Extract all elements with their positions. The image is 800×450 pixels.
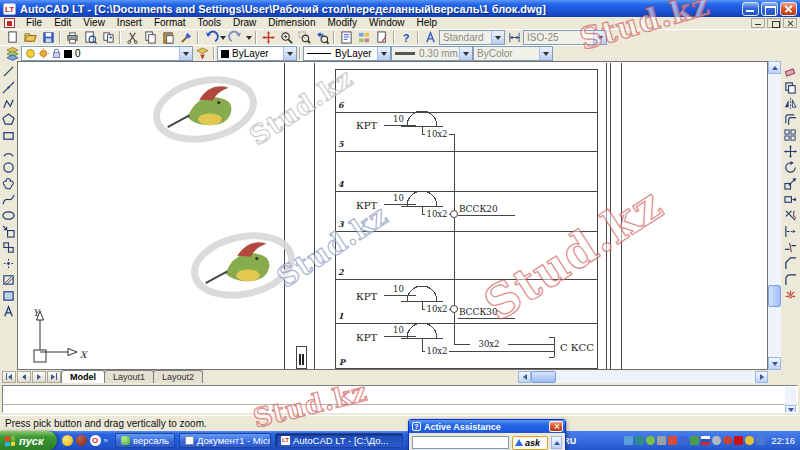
- explode-tool-button[interactable]: [783, 287, 799, 303]
- opera-icon[interactable]: O: [90, 435, 101, 446]
- drawing-canvas[interactable]: Stud.kz Stud.kz Stud.kz: [17, 61, 768, 370]
- menu-insert[interactable]: Insert: [111, 17, 148, 29]
- polygon-tool-button[interactable]: [1, 111, 17, 127]
- copy-object-tool-button[interactable]: [783, 79, 799, 95]
- antivirus-tray-icon[interactable]: [734, 436, 743, 445]
- command-scrollbar[interactable]: [785, 387, 796, 413]
- command-input-line[interactable]: [3, 404, 797, 412]
- construction-line-tool-button[interactable]: [1, 79, 17, 95]
- publish-button[interactable]: [99, 30, 117, 45]
- redo-button[interactable]: [227, 30, 245, 45]
- tab-model[interactable]: Model: [61, 370, 105, 383]
- plot-preview-button[interactable]: [81, 30, 99, 45]
- taskbar-button-versal[interactable]: версаль: [115, 433, 175, 448]
- doc-restore-button[interactable]: [767, 18, 781, 28]
- active-assistance-title-bar[interactable]: ? Active Assistance: [409, 420, 565, 433]
- menu-file[interactable]: File: [20, 17, 48, 29]
- doc-minimize-button[interactable]: [751, 18, 765, 28]
- paste-button[interactable]: [159, 30, 177, 45]
- point-tool-button[interactable]: [1, 255, 17, 271]
- first-tab-button[interactable]: [2, 371, 16, 383]
- tray-icon[interactable]: [646, 436, 655, 445]
- menu-format[interactable]: Format: [148, 17, 192, 29]
- plot-style-combo[interactable]: ByColor: [473, 46, 553, 61]
- horizontal-scroll-thumb[interactable]: [531, 371, 556, 383]
- menu-draw[interactable]: Draw: [227, 17, 262, 29]
- menu-window[interactable]: Window: [363, 17, 411, 29]
- command-history[interactable]: [All/Center/Dynamic/Extents/Previous/Sca…: [2, 385, 798, 413]
- ask-button[interactable]: ask: [512, 436, 548, 450]
- rotate-tool-button[interactable]: [783, 159, 799, 175]
- linetype-combo[interactable]: ByLayer: [303, 46, 391, 61]
- line-tool-button[interactable]: [1, 63, 17, 79]
- combo-arrow-icon[interactable]: [283, 47, 296, 60]
- chamfer-tool-button[interactable]: [783, 255, 799, 271]
- hatch-tool-button[interactable]: [1, 271, 17, 287]
- array-tool-button[interactable]: [783, 127, 799, 143]
- menu-view[interactable]: View: [77, 17, 111, 29]
- tray-icon[interactable]: [635, 436, 644, 445]
- zoom-previous-button[interactable]: [313, 30, 331, 45]
- undo-button[interactable]: [201, 30, 219, 45]
- spline-tool-button[interactable]: [1, 191, 17, 207]
- move-tool-button[interactable]: [783, 143, 799, 159]
- combo-arrow-icon[interactable]: [179, 47, 192, 60]
- zoom-realtime-button[interactable]: [277, 30, 295, 45]
- tray-icon[interactable]: [657, 436, 666, 445]
- menu-help[interactable]: Help: [411, 17, 444, 29]
- last-tab-button[interactable]: [47, 371, 61, 383]
- text-style-button[interactable]: [421, 30, 439, 45]
- vertical-scrollbar[interactable]: [768, 61, 781, 370]
- revision-cloud-tool-button[interactable]: [1, 175, 17, 191]
- shield-tray-icon[interactable]: [723, 436, 732, 445]
- active-assistance-close-button[interactable]: [549, 421, 563, 432]
- layer-properties-button[interactable]: [3, 46, 21, 61]
- ellipse-tool-button[interactable]: [1, 207, 17, 223]
- horizontal-scrollbar[interactable]: [518, 371, 768, 383]
- tab-layout2[interactable]: Layout2: [153, 370, 203, 383]
- tray-icon[interactable]: [690, 436, 699, 445]
- mirror-tool-button[interactable]: [783, 95, 799, 111]
- polyline-tool-button[interactable]: [1, 95, 17, 111]
- taskbar-button-autocad[interactable]: LT AutoCAD LT - [C:\До...: [275, 433, 403, 448]
- scroll-up-button[interactable]: [768, 61, 781, 74]
- redo-dropdown[interactable]: [245, 30, 253, 45]
- quick-launch-icon[interactable]: [76, 435, 87, 446]
- undo-dropdown[interactable]: [219, 30, 227, 45]
- minimize-button[interactable]: [742, 2, 759, 16]
- open-button[interactable]: [21, 30, 39, 45]
- vertical-scroll-thumb[interactable]: [768, 285, 781, 307]
- combo-arrow-icon[interactable]: [459, 47, 472, 60]
- trim-tool-button[interactable]: [783, 207, 799, 223]
- region-tool-button[interactable]: [1, 287, 17, 303]
- scroll-right-button[interactable]: [755, 371, 768, 383]
- make-block-tool-button[interactable]: [1, 239, 17, 255]
- menu-dimension[interactable]: Dimension: [262, 17, 321, 29]
- break-tool-button[interactable]: [783, 239, 799, 255]
- quick-launch-icon[interactable]: [62, 435, 73, 446]
- markup-button[interactable]: [373, 30, 391, 45]
- extend-tool-button[interactable]: [783, 223, 799, 239]
- circle-tool-button[interactable]: [1, 159, 17, 175]
- russian-flag-tray-icon[interactable]: [701, 436, 710, 445]
- menu-tools[interactable]: Tools: [192, 17, 227, 29]
- match-properties-button[interactable]: [177, 30, 195, 45]
- tray-icon[interactable]: [668, 436, 677, 445]
- copy-button[interactable]: [141, 30, 159, 45]
- color-combo[interactable]: ByLayer: [217, 46, 297, 61]
- text-style-combo[interactable]: Standard: [439, 30, 505, 45]
- plot-button[interactable]: [63, 30, 81, 45]
- dim-style-combo[interactable]: ISO-25: [523, 30, 607, 45]
- restore-button[interactable]: [761, 2, 778, 16]
- layer-combo[interactable]: 0: [21, 46, 193, 61]
- arc-tool-button[interactable]: [1, 143, 17, 159]
- rectangle-tool-button[interactable]: [1, 127, 17, 143]
- fillet-tool-button[interactable]: [783, 271, 799, 287]
- erase-tool-button[interactable]: [783, 63, 799, 79]
- pan-realtime-button[interactable]: [259, 30, 277, 45]
- ask-input[interactable]: [412, 436, 509, 449]
- combo-arrow-icon[interactable]: [539, 47, 552, 60]
- dim-style-button[interactable]: [505, 30, 523, 45]
- taskbar-button-word-doc[interactable]: Документ1 - Microso...: [179, 433, 271, 448]
- stretch-tool-button[interactable]: [783, 191, 799, 207]
